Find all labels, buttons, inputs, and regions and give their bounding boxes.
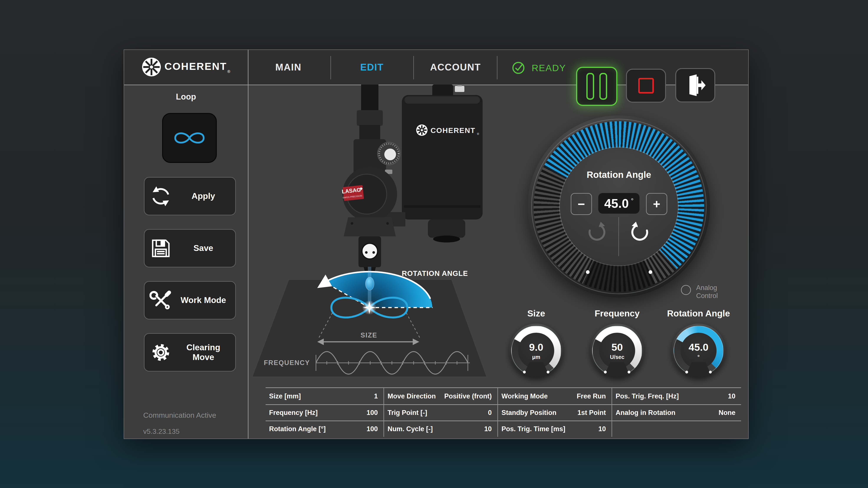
decrease-angle-button[interactable]: − (571, 193, 592, 215)
rotate-counterclockwise-button[interactable] (630, 222, 649, 241)
table-cell: Frequency [Hz]100 (266, 404, 383, 421)
tab-account[interactable]: ACCOUNT (423, 50, 488, 85)
table-cell: Num. Cycle [-]10 (383, 421, 497, 437)
gear-icon (145, 341, 177, 364)
tab-main[interactable]: MAIN (256, 50, 321, 85)
apply-button[interactable]: Apply (144, 177, 236, 215)
wrench-screwdriver-icon (145, 289, 177, 312)
table-cell: Pos. Trig. Time [ms]10 (497, 421, 612, 437)
size-label: SIZE (361, 331, 377, 339)
table-cell: Working ModeFree Run (497, 388, 612, 404)
angle-value-display[interactable]: 45.0° (598, 193, 640, 214)
table-cell: Rotation Angle [°]100 (266, 421, 383, 437)
table-cell: Standby Position1st Point (497, 404, 612, 421)
machine-brand: COHERENT ® (416, 125, 479, 136)
table-cell: Size [mm]1 (266, 388, 383, 404)
save-label: Save (177, 243, 235, 253)
sync-arrows-icon (145, 185, 177, 207)
dial-face: Rotation Angle − 45.0° + (560, 148, 678, 265)
frequency-label: FREQUENCY (264, 359, 310, 366)
pause-icon (586, 73, 607, 100)
loop-shape-button[interactable] (162, 113, 217, 163)
clearing-move-label: Clearing Move (177, 343, 235, 362)
brand-name: COHERENT® (164, 60, 231, 74)
tab-separator (331, 56, 331, 79)
apply-label: Apply (177, 191, 235, 201)
dial-title: Rotation Angle (560, 170, 678, 180)
svg-text:COHERENT: COHERENT (431, 126, 475, 134)
status-ready: READY (512, 61, 566, 75)
tab-edit[interactable]: EDIT (339, 50, 404, 85)
loop-section-label: Loop (124, 92, 248, 101)
frequency-knob-label: Frequency (569, 308, 665, 319)
rotation-angle-dial: Rotation Angle − 45.0° + (528, 116, 710, 298)
process-diagram: SIZE FREQUENCY (246, 267, 550, 388)
lasag-badge: LASAG SWISS PRECISION (341, 185, 364, 201)
dial-divider (618, 217, 619, 256)
status-label: READY (532, 63, 566, 73)
rotation-knob-label: Rotation Angle (651, 308, 746, 319)
size-knob[interactable]: 9.0μm (509, 324, 563, 378)
floppy-disk-icon (145, 237, 177, 260)
work-mode-button[interactable]: Work Mode (144, 281, 236, 320)
increase-angle-button[interactable]: + (646, 193, 667, 215)
rotate-clockwise-button[interactable] (587, 222, 607, 241)
laser-spot (365, 277, 374, 290)
machine-render: COHERENT ® LASAG SWISS PRECISION (311, 85, 506, 280)
dial-marker-dot (586, 270, 590, 274)
pause-button[interactable] (576, 67, 617, 106)
rotation-angle-label: ROTATION ANGLE (402, 269, 468, 278)
infinity-icon (168, 127, 211, 149)
communication-status: Communication Active (143, 411, 216, 419)
save-button[interactable]: Save (144, 229, 236, 267)
table-cell (612, 421, 741, 437)
table-cell: Pos. Trig. Freq. [Hz]10 (612, 388, 741, 404)
version-label: v5.3.23.135 (143, 427, 180, 435)
check-circle-icon (512, 61, 525, 75)
table-cell: Move DirectionPositive (front) (383, 388, 497, 404)
app-window: COHERENT® MAIN EDIT ACCOUNT READY Loop (124, 50, 749, 439)
sidebar: Loop Apply (124, 85, 248, 438)
exit-button[interactable] (675, 68, 715, 102)
tab-separator (497, 56, 497, 79)
svg-text:®: ® (477, 132, 479, 135)
rotation-angle-knob[interactable]: 45.0° (672, 324, 726, 378)
table-cell: Trig Point [-]0 (383, 404, 497, 421)
analog-control-radio[interactable] (681, 285, 691, 295)
table-cell: Analog in RotationNone (612, 404, 741, 421)
clearing-move-button[interactable]: Clearing Move (144, 333, 236, 371)
brand: COHERENT® (142, 57, 231, 77)
analog-control-label: Analog Control (696, 284, 718, 300)
sidebar-divider (248, 50, 248, 438)
stop-icon (638, 78, 654, 94)
parameter-table: Size [mm]1 Move DirectionPositive (front… (266, 387, 741, 437)
stop-button[interactable] (626, 69, 666, 103)
coherent-starburst-icon (142, 57, 161, 77)
work-mode-label: Work Mode (177, 295, 235, 305)
dial-marker-dot (649, 270, 652, 274)
tab-separator (413, 56, 414, 79)
analog-control: Analog Control (681, 284, 718, 300)
frequency-knob[interactable]: 50U/sec (590, 324, 644, 378)
exit-door-icon (684, 74, 707, 97)
